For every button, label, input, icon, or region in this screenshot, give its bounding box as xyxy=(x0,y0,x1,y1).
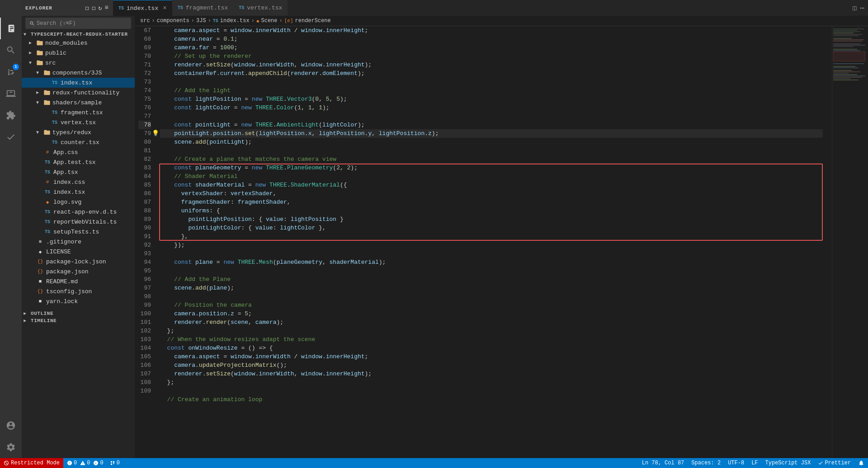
code-line-103: const onWindowResize = () => { xyxy=(160,344,823,352)
more-actions-icon[interactable]: ⋯ xyxy=(860,4,864,13)
new-file-icon[interactable]: ◻ xyxy=(84,3,90,13)
tab-vertex[interactable]: TS vertex.tsx xyxy=(233,0,288,16)
breadcrumb-render-scene[interactable]: renderScene xyxy=(295,18,331,24)
components-3js-label: components/3JS xyxy=(52,70,102,76)
status-language[interactable]: TypeScript JSX xyxy=(762,458,815,468)
code-line-99: camera.position.z = 5; xyxy=(160,309,823,318)
tree-item-license[interactable]: ◆ LICENSE xyxy=(22,247,135,257)
activity-extensions[interactable] xyxy=(0,104,22,126)
outline-section[interactable]: ► OUTLINE xyxy=(22,308,135,317)
tab-fragment-label: fragment.tsx xyxy=(186,5,228,11)
pkg-lock-label: package-lock.json xyxy=(46,258,106,265)
tab-bar: TS index.tsx × TS fragment.tsx TS vertex… xyxy=(113,0,868,16)
tree-item-index-tsx-root[interactable]: TS index.tsx xyxy=(22,187,135,197)
code-editor[interactable]: 67 68 69 70 71 72 73 74 75 76 77 78 79 8… xyxy=(135,26,868,458)
readme-label: README.md xyxy=(46,278,78,285)
activity-account[interactable] xyxy=(0,415,22,436)
tab-index-close[interactable]: × xyxy=(163,5,166,12)
bulb-indicator[interactable]: 💡 xyxy=(152,129,159,138)
breadcrumb-components[interactable]: components xyxy=(157,18,189,24)
activity-testing[interactable] xyxy=(0,126,22,148)
status-encoding[interactable]: UTF-8 xyxy=(724,458,748,468)
tree-item-public[interactable]: ► public xyxy=(22,48,135,58)
tree-item-app-tsx[interactable]: TS App.tsx xyxy=(22,167,135,177)
report-label: reportWebVitals.ts xyxy=(53,219,117,225)
yarn-label: yarn.lock xyxy=(46,298,78,305)
breadcrumb-func-icon: [e] xyxy=(284,18,293,23)
tree-item-redux[interactable]: ► redux-functionality xyxy=(22,88,135,98)
breadcrumb-file[interactable]: index.tsx xyxy=(220,18,250,24)
status-notifications[interactable] xyxy=(854,458,868,468)
tree-item-app-test[interactable]: TS App.test.tsx xyxy=(22,157,135,167)
tree-item-index-tsx[interactable]: TS index.tsx xyxy=(22,78,135,88)
node-modules-label: node_modules xyxy=(45,40,88,47)
code-line-89: pointLightColor: { value: lightColor }, xyxy=(160,224,823,232)
tree-item-node-modules[interactable]: ► node_modules xyxy=(22,38,135,48)
breadcrumb-3js[interactable]: 3JS xyxy=(196,18,206,24)
code-line-84: const shaderMaterial = new THREE.ShaderM… xyxy=(160,181,823,189)
code-line-100: renderer.render(scene, camera); xyxy=(160,318,823,327)
tree-item-fragment[interactable]: TS fragment.tsx xyxy=(22,108,135,117)
tree-item-index-css[interactable]: # index.css xyxy=(22,177,135,187)
tree-item-tsconfig[interactable]: {} tsconfig.json xyxy=(22,286,135,296)
tree-item-package-json[interactable]: {} package.json xyxy=(22,267,135,276)
tree-item-vertex[interactable]: TS vertex.tsx xyxy=(22,117,135,127)
activity-settings[interactable] xyxy=(0,436,22,458)
tree-item-yarn[interactable]: ■ yarn.lock xyxy=(22,296,135,306)
tree-item-app-css[interactable]: # App.css xyxy=(22,147,135,157)
tree-item-counter[interactable]: TS counter.tsx xyxy=(22,137,135,147)
code-line-90: }, xyxy=(160,232,823,241)
tree-item-shaders[interactable]: ▼ shaders/sample xyxy=(22,98,135,108)
tree-item-gitignore[interactable]: ■ .gitignore xyxy=(22,237,135,247)
split-editor-icon[interactable]: ◫ xyxy=(851,2,858,14)
source-control-count: 0 xyxy=(117,460,120,466)
code-line-104: camera.aspect = window.innerWidth / wind… xyxy=(160,352,823,361)
activity-explorer[interactable] xyxy=(0,18,22,39)
search-box[interactable]: Search (⇧⌘F) xyxy=(25,18,131,29)
tree-item-types[interactable]: ▼ types/redux xyxy=(22,127,135,137)
index-css-label: index.css xyxy=(53,179,85,186)
status-spaces[interactable]: Spaces: 2 xyxy=(688,458,724,468)
activity-search[interactable] xyxy=(0,39,22,61)
collapse-icon[interactable]: ≡ xyxy=(104,3,109,13)
tree-item-setup[interactable]: TS setupTests.ts xyxy=(22,227,135,237)
breadcrumb-src[interactable]: src xyxy=(140,18,150,24)
new-folder-icon[interactable]: ◻ xyxy=(91,3,96,13)
tree-item-readme[interactable]: ■ README.md xyxy=(22,276,135,286)
logo-svg-label: logo.svg xyxy=(53,199,81,206)
tree-item-components-3js[interactable]: ▼ components/3JS xyxy=(22,68,135,78)
tab-fragment[interactable]: TS fragment.tsx xyxy=(172,0,234,16)
editor-top-icons: ◫ ⋯ xyxy=(847,0,868,16)
status-source-control[interactable]: 0 xyxy=(107,458,123,468)
minimap[interactable] xyxy=(832,26,868,458)
project-name: TYPESCRIPT-REACT-REDUX-STARTER xyxy=(31,32,128,37)
status-position[interactable]: Ln 78, Col 87 xyxy=(638,458,688,468)
status-formatter[interactable]: Prettier xyxy=(814,458,854,468)
info-count: 0 xyxy=(100,460,103,466)
status-line-ending[interactable]: LF xyxy=(748,458,761,468)
project-row[interactable]: ▼ TYPESCRIPT-REACT-REDUX-STARTER xyxy=(22,31,135,38)
activity-source-control[interactable]: 1 xyxy=(0,61,22,83)
timeline-section[interactable]: ► TIMELINE xyxy=(22,317,135,324)
restricted-mode-button[interactable]: Restricted Mode xyxy=(0,458,63,468)
code-line-68: camera.near = 0.1; xyxy=(160,35,823,43)
tsconfig-label: tsconfig.json xyxy=(46,288,92,295)
counter-label: counter.tsx xyxy=(61,139,99,146)
tree-item-package-lock[interactable]: {} package-lock.json xyxy=(22,257,135,267)
tab-index[interactable]: TS index.tsx × xyxy=(113,0,172,16)
tree-item-report[interactable]: TS reportWebVitals.ts xyxy=(22,217,135,227)
code-line-82: const planeGeometry = new THREE.PlaneGeo… xyxy=(160,164,823,172)
breadcrumb-scene[interactable]: Scene xyxy=(261,18,278,24)
status-errors[interactable]: 0 0 0 xyxy=(63,458,107,468)
code-content[interactable]: camera.aspect = window.innerWidth / wind… xyxy=(158,26,832,458)
app-tsx-label: App.tsx xyxy=(53,169,78,176)
code-line-81: // Create a plane that matches the camer… xyxy=(160,155,823,164)
code-line-108 xyxy=(160,387,823,395)
tree-item-logo-svg[interactable]: ◆ logo.svg xyxy=(22,197,135,207)
refresh-icon[interactable]: ↻ xyxy=(97,3,103,13)
code-line-107: }; xyxy=(160,378,823,387)
activity-run[interactable] xyxy=(0,83,22,104)
tree-item-react-env[interactable]: TS react-app-env.d.ts xyxy=(22,207,135,217)
tree-item-src[interactable]: ▼ src xyxy=(22,58,135,68)
ts-icon: TS xyxy=(118,6,124,11)
